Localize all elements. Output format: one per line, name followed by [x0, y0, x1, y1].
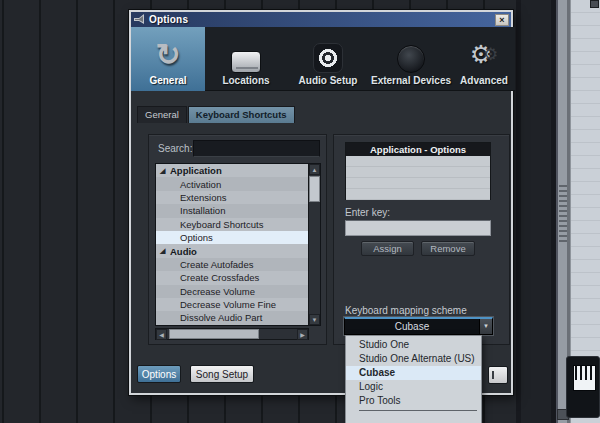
subtab-keyboard-shortcuts[interactable]: Keyboard Shortcuts: [188, 106, 295, 123]
vertical-scroll-thumb[interactable]: [309, 176, 320, 202]
tree-expand-icon[interactable]: [160, 247, 165, 255]
options-footer-button[interactable]: Options: [137, 365, 181, 383]
option-logic[interactable]: Logic: [346, 380, 481, 394]
refresh-icon: [155, 35, 180, 73]
tree-row-create-crossfades[interactable]: Create Crossfades: [156, 271, 308, 284]
partially-hidden-button[interactable]: [488, 366, 508, 384]
tree-row-extensions[interactable]: Extensions: [156, 191, 308, 204]
enter-key-label: Enter key:: [345, 207, 390, 218]
drive-icon: [231, 51, 261, 73]
tree-rows: Application Activation Extensions Instal…: [156, 164, 308, 325]
enter-key-input[interactable]: [345, 220, 491, 236]
option-studio-one-alternate-us[interactable]: Studio One Alternate (US): [346, 352, 481, 366]
screenshot-root: Options × General Locations Audio Setup …: [0, 0, 600, 423]
search-input[interactable]: [193, 140, 320, 157]
command-tree: Application Activation Extensions Instal…: [155, 163, 321, 326]
tree-row-installation[interactable]: Installation: [156, 204, 308, 217]
tree-row-keyboard-shortcuts[interactable]: Keyboard Shortcuts: [156, 218, 308, 231]
shortcut-list-panel: Search: Application Activation Extension…: [148, 134, 327, 345]
mapping-scheme-value: Cubase: [345, 321, 479, 332]
subtab-general[interactable]: General: [137, 106, 187, 123]
remove-button[interactable]: Remove: [421, 241, 475, 256]
instrument-tile[interactable]: [566, 356, 600, 418]
mapping-scheme-select[interactable]: Cubase ▼: [344, 317, 493, 335]
tree-row-create-autofades[interactable]: Create Autofades: [156, 258, 308, 271]
option-pro-tools[interactable]: Pro Tools: [346, 394, 481, 408]
shortcut-key-list: [346, 156, 490, 200]
tree-row-audio[interactable]: Audio: [156, 244, 308, 257]
chevron-down-icon[interactable]: ▼: [479, 319, 492, 334]
scroll-down-icon[interactable]: ▼: [309, 314, 320, 325]
assign-button[interactable]: Assign: [361, 241, 414, 256]
dropdown-separator[interactable]: [359, 410, 477, 416]
dialog-title: Options: [149, 14, 495, 25]
scroll-up-icon[interactable]: ▲: [309, 164, 320, 175]
tree-row-activation[interactable]: Activation: [156, 177, 308, 190]
tree-row-application[interactable]: Application: [156, 164, 308, 177]
tree-vertical-scrollbar[interactable]: ▲ ▼: [308, 164, 320, 325]
scroll-right-icon[interactable]: ▶: [297, 329, 308, 340]
tab-audio-setup[interactable]: Audio Setup: [287, 27, 369, 91]
tab-external-devices[interactable]: External Devices: [369, 27, 453, 91]
main-tabstrip: General Locations Audio Setup External D…: [131, 27, 515, 91]
gears-icon: [470, 35, 499, 73]
knob-icon: [397, 45, 425, 73]
tree-row-decrease-volume-fine[interactable]: Decrease Volume Fine: [156, 298, 308, 311]
close-icon[interactable]: ×: [495, 14, 509, 26]
dialog-titlebar[interactable]: Options ×: [131, 12, 511, 27]
horizontal-scroll-thumb[interactable]: [169, 329, 259, 339]
tab-general[interactable]: General: [131, 27, 205, 91]
tree-row-decrease-volume[interactable]: Decrease Volume: [156, 285, 308, 298]
sub-tabstrip: GeneralKeyboard Shortcuts: [137, 106, 296, 123]
tree-expand-icon[interactable]: [160, 167, 165, 175]
tree-row-dissolve-audio-part[interactable]: Dissolve Audio Part: [156, 311, 308, 324]
tree-row-options[interactable]: Options: [156, 231, 308, 244]
app-icon: [134, 14, 146, 25]
option-cubase[interactable]: Cubase: [346, 366, 481, 380]
background-column: [516, 0, 558, 423]
tab-locations[interactable]: Locations: [205, 27, 287, 91]
mapping-scheme-label: Keyboard mapping scheme: [345, 305, 467, 316]
speaker-icon: [313, 43, 343, 73]
shortcut-detail-box: Application - Options: [345, 142, 491, 200]
song-setup-button[interactable]: Song Setup: [190, 365, 254, 383]
option-studio-one[interactable]: Studio One: [346, 338, 481, 352]
tab-advanced[interactable]: Advanced: [453, 27, 515, 91]
piano-keyboard-icon: [573, 365, 596, 391]
key-assignment-panel: Application - Options Enter key: Assign …: [333, 134, 510, 345]
scrollbar-grip[interactable]: [559, 185, 567, 245]
tree-horizontal-scrollbar[interactable]: ◀ ▶: [155, 328, 309, 340]
mapping-scheme-dropdown: Studio OneStudio One Alternate (US)Cubas…: [345, 335, 482, 423]
shortcut-detail-header: Application - Options: [346, 143, 490, 156]
corner-icon: [590, 0, 599, 8]
scroll-left-icon[interactable]: ◀: [156, 329, 167, 340]
search-label: Search:: [158, 143, 192, 154]
